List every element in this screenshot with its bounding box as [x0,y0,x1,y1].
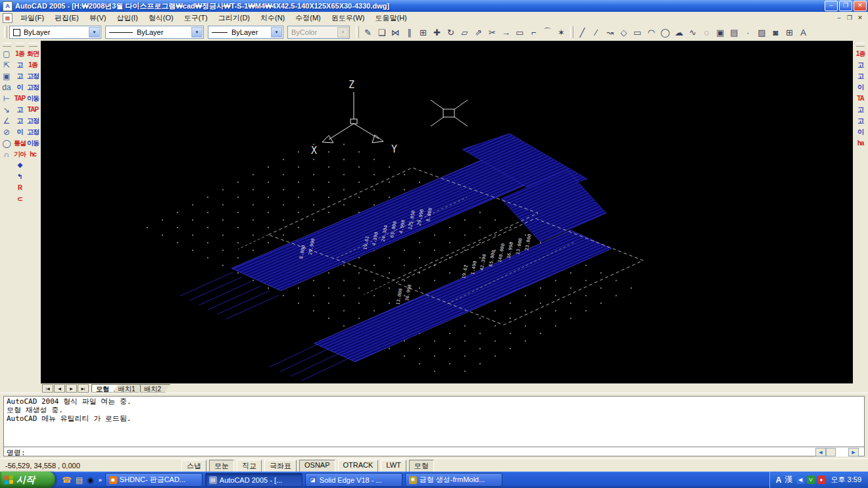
toolbar-grip[interactable] [16,43,24,47]
toolbar-grip[interactable] [29,43,37,47]
menu-item[interactable]: 편집(E) [49,12,84,24]
side-button-고정[interactable]: 고정 [27,115,39,126]
toggle-극좌표[interactable]: 극좌표 [264,460,297,472]
rotate-icon[interactable]: ↻ [444,26,458,39]
side-button-통셜[interactable]: 통셜 [14,137,26,149]
lineweight-combo[interactable]: ByLayer ▼ [208,26,283,39]
side-button-고[interactable]: 고 [854,70,867,82]
spline-icon[interactable]: ∿ [686,26,700,39]
move-icon[interactable]: ✚ [430,26,444,39]
command-prompt[interactable]: 명령: [3,447,865,456]
toggle-LWT[interactable]: LWT [381,460,406,472]
task-button[interactable]: ✱금형 생성-frmMold... [405,473,502,487]
tab-nav-button[interactable]: ▶ [66,384,77,393]
polygon-icon[interactable]: ◇ [617,26,631,39]
side-button-고[interactable]: 고 [14,104,26,115]
fillet-icon[interactable]: ⌒ [541,26,554,39]
polyline-icon[interactable]: ↝ [603,26,617,39]
side-button-이[interactable]: 이 [14,126,26,137]
make-block-icon[interactable]: ▤ [727,26,741,39]
side-button-hc[interactable]: hc [27,149,39,160]
scroll-right-icon[interactable]: ▶ [848,448,859,456]
tab-nav-button[interactable]: ▶| [78,384,89,393]
toggle-OSNAP[interactable]: OSNAP [299,460,335,472]
trim-icon[interactable]: ✂ [485,26,499,39]
rectangle-edit-icon[interactable]: ▭ [513,26,527,39]
side-button-⊂[interactable]: ⊂ [14,193,26,205]
tab-배치2[interactable]: 배치2 [140,384,171,393]
plot-icon[interactable]: da [1,82,13,93]
side-button-이[interactable]: 이 [14,82,26,93]
side-button-고[interactable]: 고 [854,104,867,115]
side-button-이[interactable]: 이 [854,126,867,137]
copy-icon[interactable]: ❏ [375,26,389,39]
side-button-1종[interactable]: 1종 [854,48,867,59]
new-file-icon[interactable]: ▢ [1,48,13,59]
side-button-❖[interactable]: ❖ [14,160,26,171]
phone-dial-icon[interactable]: ☎ [62,476,72,485]
draw-rectangle-icon[interactable]: ▭ [631,26,644,39]
mdi-restore-button[interactable]: ❐ [844,14,855,22]
erase-icon[interactable]: ✎ [361,26,375,39]
mdi-minimize-button[interactable]: – [834,14,844,22]
angular-dim-icon[interactable]: ∠ [1,115,13,126]
menu-item[interactable]: 뷰(V) [84,12,112,24]
side-button-R[interactable]: R [14,182,26,193]
linetype-combo[interactable]: ByLayer ▼ [105,26,204,39]
hatch-icon[interactable]: ▨ [755,26,769,39]
command-history[interactable]: AutoCAD 2004 형식 파일 여는 중.모형 재생성 중.AutoCAD… [3,396,865,447]
stretch-icon[interactable]: ⇗ [471,26,485,39]
menu-item[interactable]: 수정(M) [290,12,326,24]
side-button-화면[interactable]: 화면 [27,48,39,59]
side-button-고[interactable]: 고 [854,115,867,126]
side-button-고정[interactable]: 고정 [27,126,39,137]
menu-item[interactable]: 형식(O) [143,12,179,24]
mdi-close-button[interactable]: ✕ [855,14,865,22]
menu-item[interactable]: 그리기(D) [213,12,255,24]
dim-linear-icon[interactable]: ⊢ [1,93,13,104]
open-icon[interactable]: ⇱ [1,59,13,70]
chevron-down-icon[interactable]: ▼ [271,27,282,37]
scroll-left-icon[interactable]: ◀ [815,448,826,456]
ime-hanja-indicator[interactable]: 漢 [785,474,793,485]
side-button-고[interactable]: 고 [854,59,867,70]
toggle-스냅[interactable]: 스냅 [181,460,206,472]
offset-icon[interactable]: ∥ [402,26,416,39]
region-icon[interactable]: ◙ [769,26,783,39]
side-button-고정[interactable]: 고정 [27,82,39,93]
side-button-↰[interactable]: ↰ [14,171,26,182]
side-button-TAP[interactable]: TAP [14,93,26,104]
side-button-고[interactable]: 고 [14,59,26,70]
task-button[interactable]: ▤AutoCAD 2005 - [... [205,473,302,487]
text-icon[interactable]: A [796,26,810,39]
security-tray-icon[interactable]: ● [817,476,826,484]
start-button[interactable]: 시작 [0,472,55,488]
circle-icon[interactable]: ◯ [658,26,672,39]
quick-launch-overflow-icon[interactable]: » [99,477,102,483]
insert-block-icon[interactable]: ▣ [713,26,727,39]
side-button-기아[interactable]: 기아 [14,149,26,160]
chevron-down-icon[interactable]: ▼ [191,27,203,37]
osnap-magnet-icon[interactable]: ∩ [1,149,13,160]
construction-line-icon[interactable]: ∕ [589,26,603,39]
toolbar-grip[interactable] [3,43,11,47]
array-icon[interactable]: ⊞ [416,26,430,39]
mirror-icon[interactable]: ⋈ [389,26,402,39]
task-button[interactable]: ◉SHDNC- 판금CAD... [105,473,203,487]
side-button-TAP[interactable]: TAP [27,104,39,115]
tab-nav-button[interactable]: |◀ [42,384,53,393]
menu-item[interactable]: 도구(T) [179,12,213,24]
task-button[interactable]: ◪Solid Edge V18 - ... [305,473,402,487]
minimize-button[interactable]: – [825,1,838,11]
radius-dim-icon[interactable]: ◯ [1,137,13,149]
leader-icon[interactable]: ↘ [1,104,13,115]
close-button[interactable]: ✕ [854,1,867,11]
toggle-모눈[interactable]: 모눈 [209,460,234,472]
color-combo[interactable]: ByLayer ▼ [9,26,101,39]
language-bar-icon[interactable]: ◀ [796,476,805,484]
save-icon[interactable]: ▣ [1,70,13,82]
ime-language-indicator[interactable]: A [776,476,782,485]
explode-icon[interactable]: ✶ [554,26,568,39]
toolbar-grip[interactable] [856,43,865,47]
table-icon[interactable]: ⊞ [783,26,796,39]
